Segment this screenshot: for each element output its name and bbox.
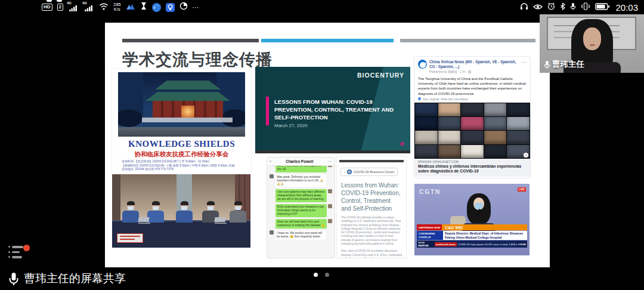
notification-dot xyxy=(23,245,30,251)
participant-tile xyxy=(438,103,461,116)
chat-header: ‹ Charles Powell ⋯ xyxy=(267,158,335,166)
link-headline[interactable]: Médicos chinos y chilenos intercambian e… xyxy=(418,164,527,174)
resource-paragraph-1: The COVID-19 outbreak provides a unique … xyxy=(341,216,402,246)
poster-details: 活动时间:【北京时间】2020年3月24日(周二) 早 9:30am - 11:… xyxy=(122,159,246,171)
globe-icon xyxy=(468,70,471,73)
chat-bubble: I am sure patients may have different ch… xyxy=(275,189,327,202)
screen-share-status: 曹玮主任的屏幕共享 xyxy=(8,271,126,286)
cgtn-broadcast-frame: CGTN LIVE HAPPENING NOW CAO WEI CONTAINI… xyxy=(414,184,530,255)
cutoff-status-icons xyxy=(47,0,64,2)
see-original-link[interactable]: See original xyxy=(423,97,439,101)
participant-tile xyxy=(438,131,461,144)
news-ticker: confirmed cases COVID-19: Italy reports … xyxy=(435,240,527,248)
participant-tile xyxy=(484,103,507,116)
chat-avatar xyxy=(270,174,274,178)
chat-message: Was great. Definitely you provided impor… xyxy=(270,174,332,187)
chat-bubble: Was great. Definitely you provided impor… xyxy=(275,174,326,187)
chat-avatar xyxy=(328,189,332,193)
conference-grid: i xyxy=(414,103,530,159)
post-meta: Published by 陈雨佳 · 1 hr · xyxy=(429,70,519,74)
lightbulb-app-icon xyxy=(166,3,175,12)
chat-avatar xyxy=(328,204,332,208)
chat-contact-name: Charles Powell xyxy=(271,159,328,163)
xinhua-logo-avatar[interactable] xyxy=(418,60,427,69)
resource-center-badge[interactable]: ‹ COVID-19 Resource Center xyxy=(340,168,398,176)
mic-icon xyxy=(8,272,19,286)
knowledge-shields-poster: KNOWLEDGE SHIELDS 协和临床校友抗疫工作经验分享会 活动时间:【… xyxy=(112,69,251,173)
conference-room-photo xyxy=(112,174,250,248)
chat-message: some information for colleagues in the U… xyxy=(270,166,332,172)
clock-time: 20:03 xyxy=(615,2,638,13)
pumc-building-photo xyxy=(118,72,245,137)
post-header: China Xinhua News (MX - Spanish, VE - Sp… xyxy=(414,57,530,75)
post-more-icon[interactable]: ⋯ xyxy=(522,60,527,74)
participant-tile xyxy=(461,117,484,130)
participant-tile xyxy=(484,145,507,158)
lower-third: HAPPENING NOW CAO WEI CONTAINING COVID-1… xyxy=(417,224,527,248)
chat-avatar xyxy=(328,166,332,167)
biocentury-accent-bar xyxy=(266,97,269,125)
program-badge: CONTAINING COVID-19 xyxy=(417,231,443,240)
covid-resource-center-page: ‹ COVID-19 Resource Center Lessons from … xyxy=(337,156,406,258)
data-usage-icon xyxy=(179,2,188,13)
chat-bubble: Fully understand your situations now, fo… xyxy=(275,204,327,217)
chat-message-list: some information for colleagues in the U… xyxy=(267,166,335,258)
rate-translation-link[interactable]: Rate this translation xyxy=(441,97,468,101)
chevron-right-icon: » xyxy=(400,138,404,148)
shared-screen-slide[interactable]: 学术交流与理念传播 KNOWLEDGE SHIELDS 协和临床校友抗疫工作经验… xyxy=(105,23,550,267)
translate-icon xyxy=(418,97,421,100)
chat-bubble: I hope so. We predict next week will be … xyxy=(275,230,326,240)
biocentury-bottom-strip xyxy=(255,150,410,153)
participant-tile xyxy=(507,117,530,130)
xinhua-news-post: China Xinhua News (MX - Spanish, VE - Sp… xyxy=(414,57,530,178)
slide-accent-bar-gray xyxy=(400,39,535,42)
participant-tile xyxy=(461,145,484,158)
back-icon: ‹ xyxy=(344,170,345,174)
wechat-screenshot: ‹ Charles Powell ⋯ some information for … xyxy=(267,158,335,258)
more-status-icons: ⋯ xyxy=(193,4,200,11)
signal-bars-icon-1: 4G xyxy=(68,2,79,12)
post-actions: See original Rate this translation xyxy=(414,97,530,103)
participant-name-label: 曹玮主任 xyxy=(544,59,584,70)
participant-tile xyxy=(507,131,530,144)
link-preview-footer[interactable]: SPANISH.XINHUANET.COM Médicos chinos y c… xyxy=(414,159,530,177)
more-icon[interactable]: ⋯ xyxy=(328,159,332,164)
page-indicator-inactive xyxy=(325,273,329,277)
chat-message: Fully understand your situations now, fo… xyxy=(270,204,332,217)
participant-tile xyxy=(484,131,507,144)
biocentury-slide: BIOCENTURY LESSONS FROM WUHAN: COVID-19 … xyxy=(255,67,410,150)
info-icon[interactable]: i xyxy=(524,153,528,158)
hd-badge: HD xyxy=(42,4,52,11)
chat-avatar xyxy=(270,230,274,235)
headset-icon xyxy=(520,2,528,13)
slide-title: 学术交流与理念传播 xyxy=(122,49,273,70)
photo-watermark-logo xyxy=(117,233,143,243)
slide-accent-bar-blue xyxy=(261,39,394,42)
post-body: The Tsinghua University of China and the… xyxy=(414,75,530,97)
participant-tile xyxy=(507,103,530,116)
happening-now-tag: HAPPENING NOW xyxy=(417,224,442,230)
live-badge: LIVE xyxy=(518,187,526,192)
speaker-name-bar: CAO WEI xyxy=(442,224,527,230)
participant-tile xyxy=(438,117,461,130)
resource-center-logo-icon xyxy=(347,169,352,174)
post-author[interactable]: China Xinhua News (MX - Spanish, VE - Sp… xyxy=(429,60,519,69)
cgtn-watermark: CGTN xyxy=(419,189,441,195)
network-speed: 285 K/s xyxy=(113,2,121,12)
biocentury-date: March 27, 2020 xyxy=(274,123,308,128)
participant-video-thumbnail[interactable]: 曹玮主任 xyxy=(540,14,644,73)
annotation-tool-button[interactable] xyxy=(8,246,32,267)
participant-tile xyxy=(415,117,438,130)
battery-icon xyxy=(595,2,609,13)
page-indicator-active xyxy=(314,273,318,277)
chat-message: Soon we will hear back from your experie… xyxy=(270,219,332,229)
chat-bubble: Soon we will hear back from your experie… xyxy=(275,219,327,229)
wifi-icon xyxy=(99,2,109,13)
bluetooth-icon xyxy=(560,2,565,13)
vibrate-icon xyxy=(581,2,590,13)
hourglass-icon xyxy=(140,2,147,13)
speaker-title-box: Deputy Director, Medical Dept. of Infect… xyxy=(443,231,527,240)
share-label: 曹玮主任的屏幕共享 xyxy=(24,271,126,286)
chat-message: I am sure patients may have different ch… xyxy=(270,189,332,202)
biocentury-logo: BIOCENTURY xyxy=(357,72,404,79)
